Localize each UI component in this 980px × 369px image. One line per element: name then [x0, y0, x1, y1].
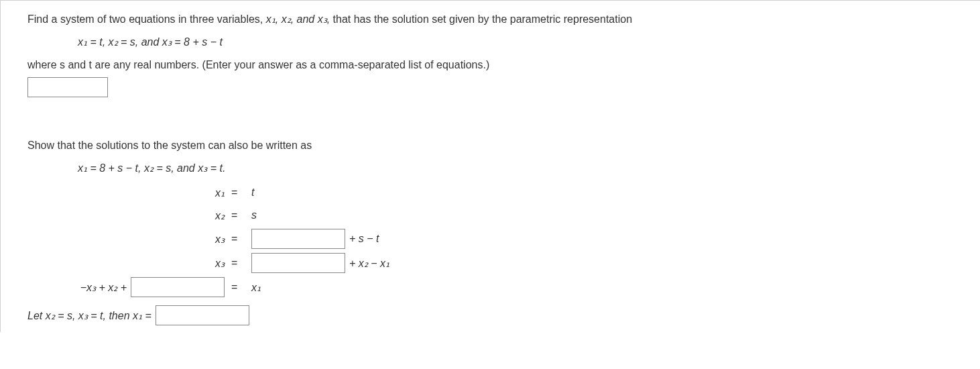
eq1-lhs: x₁	[27, 187, 229, 199]
eq2-rhs: s	[251, 209, 257, 221]
eq-row-4: x₃ = + x₂ − x₁	[27, 253, 953, 273]
eq2-eq: =	[229, 209, 251, 221]
eq5-input[interactable]	[131, 277, 225, 297]
eq1-rhs: t	[251, 187, 254, 199]
q2-parametric: x₁ = 8 + s − t, x₂ = s, and x₃ = t.	[78, 160, 953, 176]
eq5-pre: −x₃ + x₂ +	[80, 281, 127, 294]
q1-intro: Find a system of two equations in three …	[27, 11, 953, 28]
eq2-lhs: x₂	[27, 209, 229, 222]
q1-vars: x₁, x₂, and x₃,	[266, 13, 330, 25]
eq4-tail: + x₂ − x₁	[349, 257, 389, 270]
eq4-lhs: x₃	[27, 257, 229, 270]
q2-show: Show that the solutions to the system ca…	[27, 138, 953, 154]
eq-row-5: −x₃ + x₂ + = x₁	[27, 277, 953, 297]
eq-row-3: x₃ = + s − t	[27, 229, 953, 249]
q1-intro-a: Find a system of two equations in three …	[27, 13, 266, 25]
eq5-eq: =	[229, 281, 251, 293]
let-input[interactable]	[156, 305, 249, 325]
eq-row-2: x₂ = s	[27, 206, 953, 225]
eq3-lhs: x₃	[27, 233, 229, 246]
eq3-tail: + s − t	[349, 233, 379, 245]
eq-row-1: x₁ = t	[27, 183, 953, 202]
eq5-rhs: x₁	[251, 281, 261, 294]
eq4-input[interactable]	[251, 253, 345, 273]
q1-answer-input[interactable]	[27, 77, 108, 97]
let-pre: Let x₂ = s, x₃ = t, then x₁ =	[27, 309, 151, 322]
eq4-eq: =	[229, 257, 251, 269]
q1-where: where s and t are any real numbers. (Ent…	[27, 57, 953, 73]
eq3-eq: =	[229, 233, 251, 245]
eq1-eq: =	[229, 187, 251, 199]
let-row: Let x₂ = s, x₃ = t, then x₁ =	[27, 305, 953, 325]
q1-intro-b: that has the solution set given by the p…	[333, 13, 632, 25]
q1-parametric: x₁ = t, x₂ = s, and x₃ = 8 + s − t	[78, 34, 953, 50]
eq3-input[interactable]	[251, 229, 345, 249]
